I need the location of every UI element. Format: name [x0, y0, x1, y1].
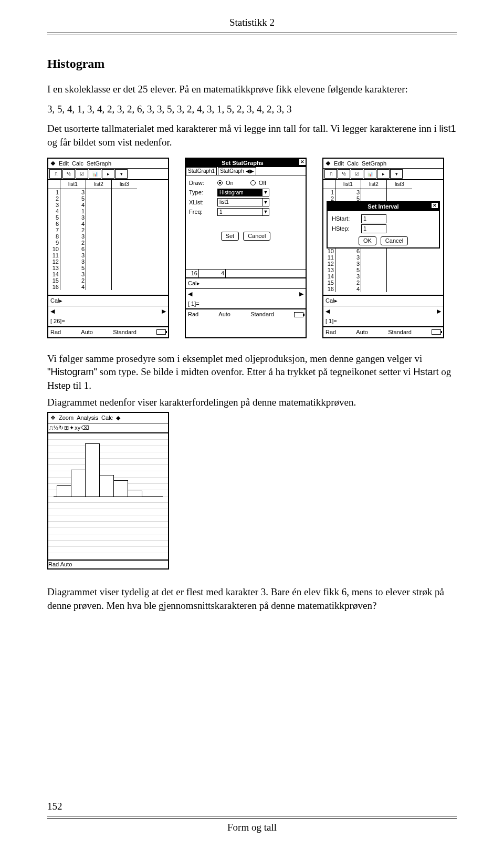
chevron-down-icon[interactable]: ❖: [326, 160, 331, 168]
paragraph-procedure: Vi følger samme prosedyre som i eksemple…: [47, 352, 457, 392]
chevron-down-icon[interactable]: ❖: [50, 160, 56, 168]
calc-screenshot-interval: ❖ Edit Calc SetGraph ⎍ ½ ☑ 📊 ▸ ▾ 1 2: [322, 158, 444, 338]
p2a-text: Det usorterte tallmaterialet med karakte…: [47, 123, 439, 134]
toolbar-btn[interactable]: ▸: [102, 169, 114, 179]
page-number: 152: [47, 800, 457, 813]
toolbar-btn[interactable]: ✦: [69, 424, 74, 432]
tab-statgraph[interactable]: StatGraph ◀▶: [218, 167, 256, 175]
menu-analysis[interactable]: Analysis: [77, 414, 98, 422]
scroll-left-icon[interactable]: ◀: [326, 307, 330, 315]
tab-statgraph1[interactable]: StatGraph1: [186, 167, 217, 175]
spreadsheet-body: 1 2 10 11 12 13 14 15 16 list1 3: [323, 180, 443, 296]
col-list2[interactable]: list2: [86, 180, 111, 189]
scroll-right-icon[interactable]: ▶: [437, 307, 441, 315]
menu-edit[interactable]: Edit: [334, 160, 344, 168]
cal-label: Cal▸: [48, 296, 168, 306]
histogram-bar: [57, 485, 71, 496]
input-line[interactable]: [ 1]=: [186, 299, 306, 309]
toolbar-btn[interactable]: 📊: [89, 169, 101, 179]
set-button[interactable]: Set: [221, 232, 239, 241]
paragraph-intro: I en skoleklasse er det 25 elever. På en…: [47, 82, 457, 96]
scroll-right-icon[interactable]: ▶: [299, 290, 303, 298]
toolbar-btn[interactable]: ▾: [390, 169, 403, 179]
menu-calc[interactable]: Calc: [101, 414, 113, 422]
set-interval-dialog: Set Interval ✕ HStart: 1 HStep: 1: [327, 201, 440, 248]
menu-setgraph[interactable]: SetGraph: [362, 160, 386, 168]
toolbar-btn[interactable]: ⎍: [49, 424, 53, 432]
toolbar-btn[interactable]: ☑: [76, 169, 88, 179]
calc-screenshot-spreadsheet: ❖ Edit Calc SetGraph ⎍ ½ ☑ 📊 ▸ ▾ 1 2: [47, 158, 169, 338]
input-line[interactable]: [ 1]=: [323, 316, 443, 326]
toolbar-btn[interactable]: ▾: [115, 169, 128, 179]
menu-calc[interactable]: Calc: [347, 160, 359, 168]
hstep-input[interactable]: 1: [361, 224, 386, 233]
col-list3[interactable]: list3: [112, 180, 137, 189]
histogram-bar: [128, 491, 142, 496]
paragraph-conclusion: Diagrammet viser tydelig at det er flest…: [47, 585, 457, 612]
scroll-left-icon[interactable]: ◀: [188, 290, 192, 298]
list1-mono: list1: [439, 123, 456, 134]
xlist-select[interactable]: list1▼: [217, 198, 269, 206]
toolbar-btn[interactable]: ⎍: [324, 169, 337, 179]
histogram-bar: [113, 480, 128, 496]
xlist-label: XList:: [189, 199, 214, 206]
chevron-down-icon[interactable]: ❖: [50, 414, 56, 422]
histogram-bar: [99, 475, 114, 496]
cal-label: Cal▸: [186, 278, 306, 288]
close-icon[interactable]: ✕: [299, 159, 306, 165]
cancel-button[interactable]: Cancel: [243, 232, 270, 241]
col-list1[interactable]: list1: [60, 180, 86, 189]
type-select[interactable]: Histogram▼: [217, 189, 269, 197]
histogram-plot: [48, 433, 168, 561]
toolbar-btn[interactable]: ↻: [59, 424, 64, 432]
close-icon[interactable]: ✕: [432, 203, 438, 208]
ok-button[interactable]: OK: [359, 236, 376, 245]
battery-icon: [156, 329, 166, 335]
paragraph-diagram-intro: Diagrammet nedenfor viser karakterfordel…: [47, 396, 457, 409]
menu-diamond-icon[interactable]: ◆: [116, 414, 120, 422]
histogram-screenshot: ❖ Zoom Analysis Calc ◆ ⎍ ½ ↻ ⊞ ✦ xy ⌫ Ra…: [47, 412, 169, 570]
scroll-right-icon[interactable]: ▶: [162, 307, 166, 315]
input-line[interactable]: [ 26]=: [48, 316, 168, 326]
radio-on[interactable]: [217, 180, 223, 185]
toolbar-btn[interactable]: ½: [338, 169, 350, 179]
grades-list: 3, 5, 4, 1, 3, 4, 2, 3, 2, 6, 3, 3, 5, 3…: [47, 102, 457, 116]
hstep-label: HStep:: [332, 225, 358, 233]
freq-label: Freq:: [189, 208, 214, 216]
histogram-bar: [85, 443, 100, 496]
scroll-left-icon[interactable]: ◀: [50, 307, 55, 315]
toolbar-btn[interactable]: ⌫: [81, 424, 89, 432]
menu-calc[interactable]: Calc: [72, 160, 83, 168]
radio-off[interactable]: [250, 180, 256, 185]
screenshots-row: ❖ Edit Calc SetGraph ⎍ ½ ☑ 📊 ▸ ▾ 1 2: [47, 158, 457, 338]
toolbar-btn[interactable]: ⎍: [49, 169, 62, 179]
cancel-button[interactable]: Cancel: [381, 236, 408, 245]
section-title: Histogram: [47, 55, 457, 72]
toolbar-btn[interactable]: ☑: [351, 169, 363, 179]
toolbar-btn[interactable]: xy: [75, 424, 80, 432]
hstart-label: HStart:: [332, 215, 358, 223]
battery-icon: [432, 329, 441, 335]
hstart-input[interactable]: 1: [361, 214, 386, 223]
header-rule: [47, 33, 457, 35]
p2b-text: og får bildet som vist nedenfor.: [47, 137, 172, 148]
cal-label: Cal▸: [323, 296, 443, 306]
toolbar-btn[interactable]: 📊: [364, 169, 376, 179]
battery-icon: [294, 312, 303, 317]
paragraph-method: Det usorterte tallmaterialet med karakte…: [47, 122, 457, 149]
toolbar-btn[interactable]: ⊞: [64, 424, 69, 432]
menu-setgraph[interactable]: SetGraph: [87, 160, 111, 168]
draw-label: Draw:: [189, 179, 214, 187]
menu-zoom[interactable]: Zoom: [59, 414, 74, 422]
toolbar-btn[interactable]: ½: [62, 169, 75, 179]
dialog-title: Set StatGraphs ✕: [186, 159, 306, 168]
type-label: Type:: [189, 189, 214, 196]
freq-select[interactable]: 1▼: [217, 208, 269, 216]
page-header: Statistikk 2: [47, 16, 457, 29]
menu-edit[interactable]: Edit: [59, 160, 69, 168]
histogram-bar: [71, 470, 86, 496]
footer-rule: [47, 816, 457, 819]
spreadsheet-body: 1 2 3 4 5 6 7 8 9 10 11 12 13 14: [48, 180, 168, 296]
toolbar-btn[interactable]: ▸: [377, 169, 390, 179]
toolbar-btn[interactable]: ½: [54, 424, 58, 432]
